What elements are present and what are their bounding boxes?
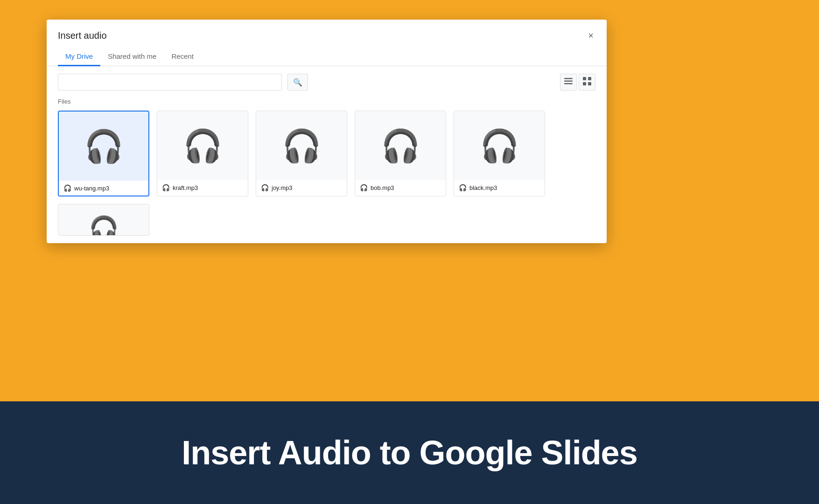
file-small-icon-black: 🎧: [459, 184, 467, 191]
file-thumb-bob: 🎧: [355, 111, 446, 180]
dialog-title: Insert audio: [58, 30, 107, 41]
tab-shared-with-me[interactable]: Shared with me: [100, 48, 164, 66]
svg-rect-2: [564, 83, 573, 84]
file-thumb-joy: 🎧: [256, 111, 347, 180]
file-card-kraft[interactable]: 🎧 🎧 kraft.mp3: [157, 111, 248, 196]
file-footer-kraft: 🎧 kraft.mp3: [157, 180, 248, 195]
file-card-wu-tang[interactable]: 🎧 🎧 wu-tang.mp3: [58, 111, 149, 196]
view-buttons: [560, 74, 595, 91]
files-grid: 🎧 🎧 wu-tang.mp3 🎧 🎧 kraft.mp3: [58, 111, 595, 196]
svg-rect-3: [583, 77, 586, 80]
file-small-icon-bob: 🎧: [360, 184, 368, 191]
list-view-button[interactable]: [560, 74, 577, 91]
close-button[interactable]: ×: [586, 29, 595, 42]
file-card-bob[interactable]: 🎧 🎧 bob.mp3: [355, 111, 446, 196]
file-name-wu-tang: wu-tang.mp3: [74, 185, 109, 192]
svg-rect-1: [564, 81, 573, 82]
file-name-bob: bob.mp3: [371, 184, 394, 191]
svg-rect-0: [564, 78, 573, 79]
search-area: 🔍: [47, 66, 607, 98]
file-card-black[interactable]: 🎧 🎧 black.mp3: [454, 111, 545, 196]
files-label: Files: [58, 98, 595, 105]
file-footer-bob: 🎧 bob.mp3: [355, 180, 446, 195]
headphones-icon-black: 🎧: [480, 130, 519, 161]
file-thumb-kraft: 🎧: [157, 111, 248, 180]
svg-rect-6: [588, 82, 591, 85]
grid-view-button[interactable]: [579, 74, 595, 91]
search-input[interactable]: [58, 74, 282, 91]
files-grid-row2: 🎧: [58, 204, 595, 236]
dialog-tabs: My Drive Shared with me Recent: [47, 48, 607, 66]
file-footer-joy: 🎧 joy.mp3: [256, 180, 347, 195]
search-icon: 🔍: [293, 78, 302, 87]
file-name-black: black.mp3: [469, 184, 497, 191]
file-small-icon-kraft: 🎧: [162, 184, 170, 191]
headphones-icon-wu-tang: 🎧: [84, 130, 124, 162]
file-card-partial-1[interactable]: 🎧: [58, 204, 149, 236]
list-view-icon: [564, 77, 573, 87]
dialog-header: Insert audio ×: [47, 20, 607, 42]
file-footer-black: 🎧 black.mp3: [454, 180, 545, 195]
svg-rect-4: [588, 77, 591, 80]
file-small-icon-joy: 🎧: [261, 184, 269, 191]
insert-audio-dialog: Insert audio × My Drive Shared with me R…: [47, 20, 607, 243]
file-thumb-wu-tang: 🎧: [59, 112, 148, 181]
search-button[interactable]: 🔍: [287, 74, 308, 91]
bottom-banner: Insert Audio to Google Slides: [0, 401, 819, 504]
page-wrapper: ITH iTechHacks Insert audio × My Drive S…: [0, 0, 819, 504]
svg-rect-5: [583, 82, 586, 85]
banner-text: Insert Audio to Google Slides: [182, 434, 637, 472]
file-name-joy: joy.mp3: [272, 184, 293, 191]
headphones-partial-icon: 🎧: [89, 217, 119, 236]
headphones-icon-bob: 🎧: [381, 130, 420, 161]
headphones-icon-kraft: 🎧: [183, 130, 223, 161]
headphones-icon-joy: 🎧: [282, 130, 322, 161]
file-small-icon-wu-tang: 🎧: [63, 184, 71, 192]
file-footer-wu-tang: 🎧 wu-tang.mp3: [59, 181, 148, 196]
file-name-kraft: kraft.mp3: [173, 184, 198, 191]
grid-view-icon: [583, 77, 591, 87]
file-card-joy[interactable]: 🎧 🎧 joy.mp3: [256, 111, 347, 196]
file-thumb-black: 🎧: [454, 111, 545, 180]
tab-my-drive[interactable]: My Drive: [58, 48, 100, 66]
tab-recent[interactable]: Recent: [164, 48, 201, 66]
files-section: Files 🎧 🎧 wu-tang.mp3 🎧: [47, 98, 607, 243]
